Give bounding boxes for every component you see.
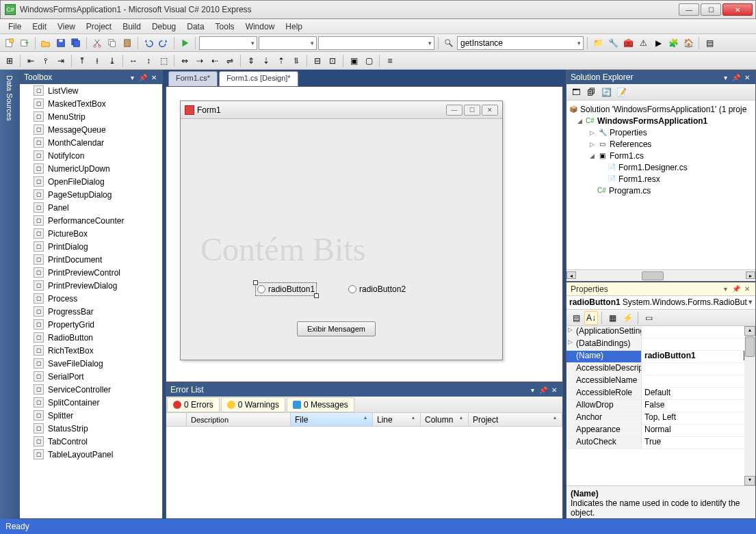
toolbox-dropdown-icon[interactable]: ▾ (128, 73, 136, 81)
toolbox-item-servicecontroller[interactable]: ▢ServiceController (20, 383, 162, 396)
prop-row-anchor[interactable]: AnchorTop, Left (566, 412, 755, 425)
error-list-title-bar[interactable]: Error List ▾ 📌 ✕ (166, 383, 562, 397)
properties-window-icon[interactable]: 🔧 (606, 36, 620, 50)
menu-view[interactable]: View (52, 20, 81, 34)
prop-value[interactable] (642, 326, 755, 338)
new-project-icon[interactable] (3, 36, 16, 50)
toolbox-item-serialport[interactable]: ▢SerialPort (20, 370, 162, 383)
prop-value[interactable] (642, 375, 755, 387)
toolbox-item-picturebox[interactable]: ▢PictureBox (20, 227, 162, 240)
toolbox-item-propertygrid[interactable]: ▢PropertyGrid (20, 318, 162, 331)
radio-button-2[interactable]: radioButton2 (348, 284, 406, 294)
toolbox-icon[interactable]: 🧰 (621, 36, 635, 50)
scroll-up-icon[interactable]: ▴ (744, 326, 755, 336)
collapse-icon[interactable]: ◢ (588, 152, 595, 159)
prop-row-name[interactable]: (Name) (566, 351, 755, 363)
hspace-inc-icon[interactable]: ⇢ (193, 54, 207, 68)
toolbox-item-process[interactable]: ▢Process (20, 292, 162, 305)
vspace-remove-icon[interactable]: ⥮ (289, 54, 303, 68)
events-icon[interactable]: ⚡ (621, 311, 634, 325)
align-left-icon[interactable]: ⇤ (24, 54, 38, 68)
exibir-mensagem-button[interactable]: Exibir Mensagem (297, 321, 376, 336)
toolbox-item-tablelayoutpanel[interactable]: ▢TableLayoutPanel (20, 448, 162, 461)
align-center-icon[interactable]: ⫯ (39, 54, 53, 68)
expand-icon[interactable]: ▷ (588, 129, 595, 136)
properties-icon[interactable]: ▦ (605, 311, 619, 325)
toolbox-item-radiobutton[interactable]: ▢RadioButton (20, 331, 162, 344)
toolbox-item-progressbar[interactable]: ▢ProgressBar (20, 305, 162, 318)
bring-front-icon[interactable]: ▣ (347, 54, 361, 68)
prop-row-appearance[interactable]: AppearanceNormal (566, 425, 755, 437)
radio2-input[interactable] (348, 285, 356, 293)
errorlist-close-icon[interactable]: ✕ (550, 386, 558, 394)
minimize-button[interactable]: — (679, 3, 699, 16)
tab-form1-design[interactable]: Form1.cs [Design]* (219, 71, 298, 86)
prop-value[interactable] (642, 338, 755, 350)
props-close-icon[interactable]: ✕ (743, 285, 751, 293)
paste-icon[interactable] (120, 36, 134, 50)
toolbox-item-listview[interactable]: ▢ListView (20, 84, 162, 97)
references-node[interactable]: ▷▭References (568, 138, 754, 150)
errcol-file[interactable]: File▴ (291, 413, 373, 426)
tab-order-icon[interactable]: ≡ (383, 54, 397, 68)
align-bottom-icon[interactable]: ⤓ (105, 54, 119, 68)
prop-row-allowdrop[interactable]: AllowDropFalse (566, 400, 755, 412)
expand-icon[interactable]: ▷ (568, 326, 573, 333)
scroll-down-icon[interactable]: ▾ (744, 476, 755, 485)
menu-edit[interactable]: Edit (27, 20, 52, 34)
prop-value[interactable] (642, 351, 755, 362)
menu-data[interactable]: Data (181, 20, 209, 34)
prop-row-databindings[interactable]: ▷(DataBindings) (566, 338, 755, 351)
start-page-icon[interactable]: 🏠 (681, 36, 695, 50)
prop-value[interactable] (642, 363, 755, 375)
search-combo[interactable]: getInstance (457, 36, 584, 50)
send-back-icon[interactable]: ▢ (362, 54, 376, 68)
menu-file[interactable]: File (3, 20, 27, 34)
prop-row-accessibledescriptio[interactable]: AccessibleDescriptio (566, 363, 755, 375)
prop-value[interactable]: Top, Left (642, 412, 755, 424)
find-icon[interactable] (442, 36, 456, 50)
toolbox-item-pagesetupdialog[interactable]: ▢PageSetupDialog (20, 188, 162, 201)
form-designer[interactable]: Form1 — ☐ ✕ radioButton1 (166, 87, 562, 382)
toolbox-item-openfiledialog[interactable]: ▢OpenFileDialog (20, 175, 162, 188)
errors-filter[interactable]: 0 Errors (167, 397, 220, 412)
tab-form1-cs[interactable]: Form1.cs* (168, 71, 218, 86)
data-sources-tab[interactable]: Data Sources (0, 70, 19, 519)
align-grid-icon[interactable]: ⊞ (3, 54, 16, 68)
expand-icon[interactable]: ▷ (588, 141, 595, 148)
hspace-equal-icon[interactable]: ⇔ (178, 54, 192, 68)
same-height-icon[interactable]: ↕ (142, 54, 155, 68)
props-vscroll[interactable]: ▴▾ (744, 326, 755, 485)
align-middle-icon[interactable]: ⫲ (90, 54, 104, 68)
solution-explorer-icon[interactable]: 📁 (591, 36, 605, 50)
toolbox-item-printpreviewcontrol[interactable]: ▢PrintPreviewControl (20, 266, 162, 279)
same-size-icon[interactable]: ⬚ (157, 54, 170, 68)
props-dropdown-icon[interactable]: ▾ (721, 285, 729, 293)
prop-value[interactable]: Normal (642, 425, 755, 436)
form1-node[interactable]: ◢▣Form1.cs (568, 150, 754, 161)
errcol-line[interactable]: Line▴ (373, 413, 421, 426)
categorized-icon[interactable]: ▤ (569, 311, 583, 325)
start-debug-icon[interactable] (178, 36, 192, 50)
menu-help[interactable]: Help (280, 20, 308, 34)
scroll-right-icon[interactable]: ▸ (746, 271, 755, 279)
expand-icon[interactable]: ▷ (568, 338, 573, 345)
vspace-equal-icon[interactable]: ⇕ (244, 54, 258, 68)
prop-value[interactable]: True (642, 437, 755, 449)
save-icon[interactable] (54, 36, 68, 50)
collapse-icon[interactable]: ◢ (576, 118, 583, 124)
solexp-pin-icon[interactable]: 📌 (732, 73, 740, 81)
toolbox-item-panel[interactable]: ▢Panel (20, 201, 162, 214)
vspace-inc-icon[interactable]: ⇣ (259, 54, 273, 68)
toolbox-item-messagequeue[interactable]: ▢MessageQueue (20, 123, 162, 136)
prop-row-accessiblename[interactable]: AccessibleName (566, 375, 755, 388)
errcol-icon[interactable] (166, 413, 187, 426)
vspace-dec-icon[interactable]: ⇡ (274, 54, 288, 68)
immediate-icon[interactable]: ▶ (651, 36, 665, 50)
prop-row-applicationsettings[interactable]: ▷(ApplicationSettings (566, 326, 755, 338)
toolbox-pin-icon[interactable]: 📌 (139, 73, 147, 81)
solexp-properties-icon[interactable]: 🗔 (569, 85, 583, 99)
toolbox-item-printdocument[interactable]: ▢PrintDocument (20, 253, 162, 266)
same-width-icon[interactable]: ↔ (127, 54, 140, 68)
scroll-thumb[interactable] (745, 336, 755, 357)
